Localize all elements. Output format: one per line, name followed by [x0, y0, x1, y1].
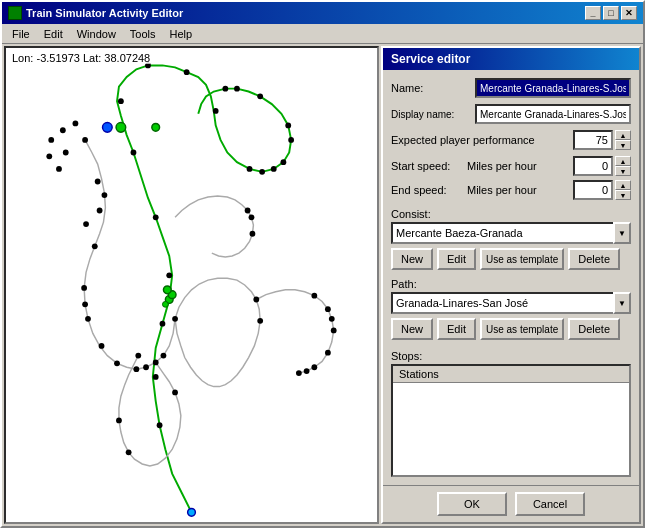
svg-point-51 — [271, 166, 277, 172]
start-speed-value[interactable] — [573, 156, 613, 176]
panel-title: Service editor — [383, 48, 639, 70]
end-speed-up-button[interactable]: ▲ — [615, 180, 631, 190]
svg-point-40 — [97, 208, 103, 214]
path-delete-button[interactable]: Delete — [568, 318, 620, 340]
display-name-label: Display name: — [391, 109, 471, 120]
content-area: Lon: -3.51973 Lat: 38.07248 — [2, 44, 643, 526]
svg-point-7 — [131, 150, 137, 156]
start-speed-spinner: ▲ ▼ — [573, 156, 631, 176]
minimize-button[interactable]: _ — [585, 6, 601, 20]
performance-spinner: ▲ ▼ — [573, 130, 631, 150]
svg-point-25 — [153, 359, 159, 365]
end-speed-down-button[interactable]: ▼ — [615, 190, 631, 200]
performance-down-button[interactable]: ▼ — [615, 140, 631, 150]
menu-window[interactable]: Window — [71, 27, 122, 41]
svg-point-55 — [257, 93, 263, 99]
consist-edit-button[interactable]: Edit — [437, 248, 476, 270]
svg-point-32 — [48, 137, 54, 143]
svg-point-16 — [92, 243, 98, 249]
menu-tools[interactable]: Tools — [124, 27, 162, 41]
svg-point-12 — [116, 122, 126, 132]
map-coordinates: Lon: -3.51973 Lat: 38.07248 — [12, 52, 150, 64]
ok-button[interactable]: OK — [437, 492, 507, 516]
svg-point-18 — [172, 316, 178, 322]
panel-footer: OK Cancel — [383, 485, 639, 522]
svg-point-31 — [162, 301, 168, 307]
consist-dropdown-wrapper: Mercante Baeza-Granada ▼ — [391, 222, 631, 244]
svg-point-19 — [257, 318, 263, 324]
performance-up-button[interactable]: ▲ — [615, 130, 631, 140]
consist-label: Consist: — [391, 208, 631, 220]
svg-point-8 — [118, 98, 124, 104]
svg-point-66 — [304, 368, 310, 374]
svg-point-46 — [133, 366, 139, 372]
svg-point-53 — [288, 137, 294, 143]
cancel-button[interactable]: Cancel — [515, 492, 585, 516]
map-area: Lon: -3.51973 Lat: 38.07248 — [4, 46, 379, 524]
performance-value[interactable] — [573, 130, 613, 150]
svg-point-47 — [143, 364, 149, 370]
svg-point-43 — [82, 301, 88, 307]
name-label: Name: — [391, 82, 471, 94]
stops-list: Stations — [391, 364, 631, 477]
path-dropdown-wrapper: Granada-Linares-San José ▼ — [391, 292, 631, 314]
end-speed-value[interactable] — [573, 180, 613, 200]
path-section: Path: Granada-Linares-San José ▼ New Edi… — [391, 274, 631, 340]
svg-point-38 — [95, 179, 101, 185]
svg-point-33 — [63, 150, 69, 156]
svg-point-35 — [60, 127, 66, 133]
consist-new-button[interactable]: New — [391, 248, 433, 270]
svg-point-24 — [116, 418, 122, 424]
svg-point-23 — [126, 449, 132, 455]
svg-point-49 — [247, 166, 253, 172]
svg-point-6 — [153, 214, 159, 220]
svg-point-63 — [329, 316, 335, 322]
svg-point-10 — [184, 69, 190, 75]
title-bar: Train Simulator Activity Editor _ □ ✕ — [2, 2, 643, 24]
path-use-template-button[interactable]: Use as template — [480, 318, 564, 340]
svg-point-14 — [103, 122, 113, 132]
stops-section: Stops: Stations — [391, 346, 631, 477]
performance-row: Expected player performance ▲ ▼ — [391, 130, 631, 150]
path-label: Path: — [391, 278, 631, 290]
svg-point-30 — [163, 286, 171, 294]
name-input[interactable] — [475, 78, 631, 98]
consist-dropdown[interactable]: Mercante Baeza-Granada — [391, 222, 631, 244]
end-speed-label: End speed: — [391, 184, 463, 196]
consist-use-template-button[interactable]: Use as template — [480, 248, 564, 270]
title-bar-buttons: _ □ ✕ — [585, 6, 637, 20]
menu-help[interactable]: Help — [164, 27, 199, 41]
performance-label: Expected player performance — [391, 134, 569, 146]
menu-file[interactable]: File — [6, 27, 36, 41]
consist-delete-button[interactable]: Delete — [568, 248, 620, 270]
path-dropdown[interactable]: Granada-Linares-San José — [391, 292, 631, 314]
svg-point-3 — [153, 374, 159, 380]
svg-point-62 — [325, 306, 331, 312]
start-speed-label: Start speed: — [391, 160, 463, 172]
display-name-row: Display name: — [391, 104, 631, 124]
start-speed-up-button[interactable]: ▲ — [615, 156, 631, 166]
end-speed-row: End speed: Miles per hour ▲ ▼ — [391, 180, 631, 200]
menu-edit[interactable]: Edit — [38, 27, 69, 41]
map-svg — [6, 48, 377, 522]
path-new-button[interactable]: New — [391, 318, 433, 340]
app-icon — [8, 6, 22, 20]
svg-point-45 — [114, 360, 120, 366]
svg-point-13 — [152, 123, 160, 131]
maximize-button[interactable]: □ — [603, 6, 619, 20]
svg-point-58 — [250, 231, 256, 237]
menu-bar: File Edit Window Tools Help — [2, 24, 643, 44]
start-speed-down-button[interactable]: ▼ — [615, 166, 631, 176]
end-speed-spinner: ▲ ▼ — [573, 180, 631, 200]
svg-point-36 — [73, 121, 79, 127]
close-button[interactable]: ✕ — [621, 6, 637, 20]
svg-point-50 — [259, 169, 265, 175]
display-name-input[interactable] — [475, 104, 631, 124]
panel-content: Name: Display name: Expected player perf… — [383, 70, 639, 485]
performance-spinner-buttons: ▲ ▼ — [615, 130, 631, 150]
stops-label: Stops: — [391, 350, 631, 362]
svg-point-61 — [311, 293, 317, 299]
svg-point-48 — [161, 353, 167, 359]
svg-point-11 — [213, 108, 219, 114]
path-edit-button[interactable]: Edit — [437, 318, 476, 340]
